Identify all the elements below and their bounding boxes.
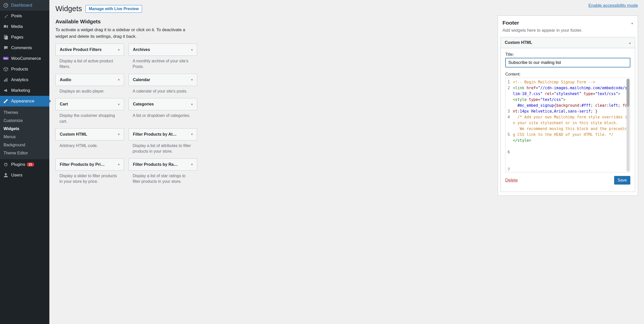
page-title: Widgets: [55, 5, 82, 13]
main-content: Enable accessibility mode Widgets Manage…: [49, 0, 644, 324]
widget-archives[interactable]: Archives ▾: [129, 44, 197, 56]
chevron-down-icon: ▾: [118, 132, 120, 136]
widget-categories[interactable]: Categories ▾: [129, 98, 197, 110]
available-widgets-title: Available Widgets: [55, 19, 197, 25]
title-label: Title:: [505, 52, 630, 57]
widget-title: Filter Products by Pri…: [60, 162, 105, 167]
widget-title: Categories: [133, 102, 154, 106]
svg-rect-2: [4, 25, 6, 28]
widget-title: Custom HTML: [60, 132, 87, 137]
widget-filter-by-rating[interactable]: Filter Products by Ra… ▾: [129, 158, 197, 171]
nav-dashboard[interactable]: Dashboard: [0, 0, 49, 11]
chevron-down-icon: ▾: [118, 78, 120, 82]
widget-desc: Display the customer shopping cart.: [55, 110, 124, 125]
comment-icon: [3, 45, 9, 51]
save-widget-button[interactable]: Save: [614, 176, 630, 185]
widget-desc: Displays an audio player.: [55, 86, 124, 95]
scrollbar[interactable]: [627, 78, 630, 172]
nav-comments[interactable]: Comments: [0, 43, 49, 53]
nav-analytics[interactable]: Analytics: [0, 75, 49, 85]
nav-label: Posts: [11, 13, 22, 19]
widget-title-input[interactable]: [505, 58, 630, 67]
subnav-customize[interactable]: Customize: [0, 117, 49, 125]
box-icon: [3, 66, 9, 72]
subnav-menus[interactable]: Menus: [0, 133, 49, 141]
chevron-down-icon: ▾: [191, 48, 193, 52]
subnav-themes[interactable]: Themes: [0, 109, 49, 117]
widget-cart[interactable]: Cart ▾: [55, 98, 124, 110]
nav-label: Users: [11, 173, 22, 178]
widget-audio[interactable]: Audio ▾: [55, 74, 124, 86]
nav-label: Comments: [11, 45, 32, 50]
available-widgets-column: Available Widgets To activate a widget d…: [55, 15, 197, 196]
widget-desc: Display a list of attributes to filter p…: [129, 140, 197, 155]
chevron-down-icon: ▾: [191, 163, 193, 166]
widget-title: Audio: [60, 78, 71, 82]
nav-plugins[interactable]: Plugins 21: [0, 159, 49, 170]
chevron-down-icon: ▾: [118, 163, 120, 166]
widget-title: Cart: [60, 102, 68, 106]
widget-desc: Display a slider to filter products in y…: [55, 171, 124, 186]
widget-active-product-filters[interactable]: Active Product Filters ▾: [55, 44, 124, 56]
nav-appearance[interactable]: Appearance: [0, 96, 49, 106]
subnav-background[interactable]: Background: [0, 141, 49, 149]
chart-icon: [3, 77, 9, 83]
chevron-down-icon: ▾: [191, 132, 193, 136]
nav-users[interactable]: Users: [0, 170, 49, 181]
nav-label: Appearance: [11, 99, 34, 104]
widget-title: Filter Products by At…: [133, 132, 177, 137]
woo-icon: Woo: [3, 56, 9, 61]
nav-label: WooCommerce: [11, 56, 41, 61]
appearance-submenu: Themes Customize Widgets Menus Backgroun…: [0, 106, 49, 159]
widget-instance-header[interactable]: Custom HTML ▴: [501, 37, 635, 48]
widget-desc: A list or dropdown of categories.: [129, 110, 197, 119]
delete-widget-link[interactable]: Delete: [505, 178, 518, 183]
nav-media[interactable]: Media: [0, 21, 49, 32]
subnav-widgets[interactable]: Widgets: [0, 125, 49, 133]
footer-panel-header[interactable]: Footer ▴: [498, 16, 638, 28]
svg-rect-4: [5, 36, 8, 40]
nav-woocommerce[interactable]: Woo WooCommerce: [0, 53, 49, 64]
nav-label: Pages: [11, 35, 23, 40]
chevron-up-icon: ▴: [629, 41, 631, 45]
footer-panel-title: Footer: [502, 20, 519, 26]
page-header: Widgets Manage with Live Preview: [55, 0, 638, 15]
widget-custom-html[interactable]: Custom HTML ▾: [55, 128, 124, 140]
nav-label: Analytics: [11, 77, 28, 82]
widget-calendar[interactable]: Calendar ▾: [129, 74, 197, 86]
chevron-down-icon: ▾: [191, 102, 193, 106]
nav-label: Products: [11, 67, 28, 72]
admin-sidebar: Dashboard Posts Media Pages Comments Woo…: [0, 0, 49, 324]
chevron-down-icon: ▾: [191, 78, 193, 82]
nav-products[interactable]: Products: [0, 64, 49, 75]
line-gutter: 1234567: [506, 78, 512, 172]
widget-title: Calendar: [133, 78, 150, 82]
chevron-down-icon: ▾: [118, 48, 120, 52]
scrollbar-thumb[interactable]: [627, 79, 630, 107]
code-content[interactable]: <!-- Begin Mailchimp Signup Form --> <li…: [512, 78, 630, 172]
html-content-editor[interactable]: 1234567 <!-- Begin Mailchimp Signup Form…: [505, 78, 630, 172]
chevron-down-icon: ▾: [118, 102, 120, 106]
widget-desc: A monthly archive of your site's Posts.: [129, 56, 197, 71]
manage-live-preview-button[interactable]: Manage with Live Preview: [86, 5, 142, 13]
widget-instance-title: Custom HTML: [505, 40, 532, 45]
accessibility-mode-link[interactable]: Enable accessibility mode: [588, 3, 638, 8]
nav-marketing[interactable]: Marketing: [0, 85, 49, 96]
custom-html-widget-instance: Custom HTML ▴ Title: Content: 1234567 <!…: [500, 37, 635, 192]
widget-filter-by-attribute[interactable]: Filter Products by At… ▾: [129, 128, 197, 140]
widget-title: Archives: [133, 47, 150, 52]
nav-badge: 21: [27, 163, 34, 167]
nav-pages[interactable]: Pages: [0, 32, 49, 43]
svg-point-11: [5, 173, 7, 175]
svg-text:Woo: Woo: [4, 58, 8, 59]
svg-rect-7: [4, 80, 5, 82]
nav-posts[interactable]: Posts: [0, 11, 49, 21]
subnav-theme-editor[interactable]: Theme Editor: [0, 149, 49, 157]
pages-icon: [3, 34, 9, 40]
widget-filter-by-price[interactable]: Filter Products by Pri… ▾: [55, 158, 124, 171]
svg-rect-9: [7, 78, 7, 82]
megaphone-icon: [3, 88, 9, 93]
nav-label: Plugins: [11, 162, 25, 167]
widget-desc: Arbitrary HTML code.: [55, 140, 124, 150]
svg-rect-8: [5, 79, 6, 82]
